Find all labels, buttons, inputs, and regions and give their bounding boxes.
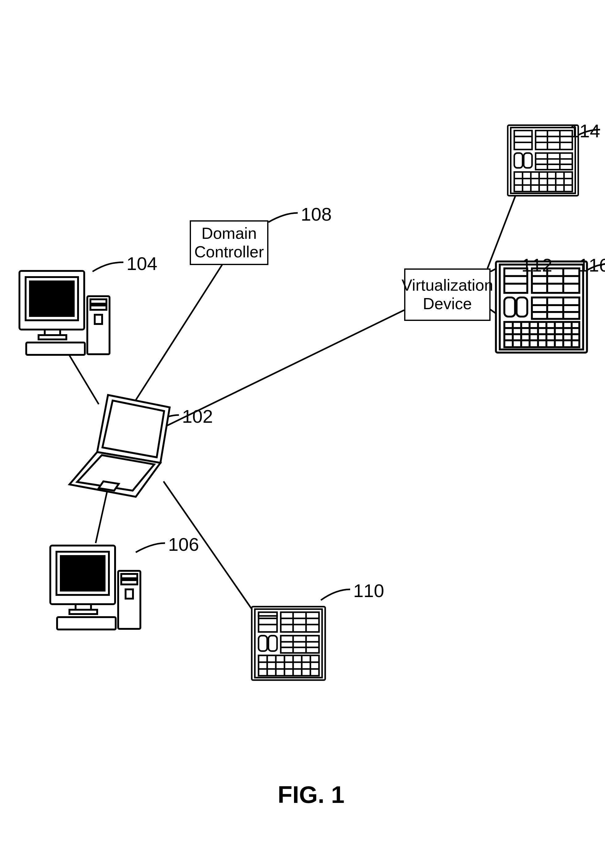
ref-116: 116 bbox=[579, 254, 605, 276]
svg-rect-30 bbox=[125, 589, 133, 598]
svg-rect-20 bbox=[95, 315, 102, 324]
svg-rect-16 bbox=[39, 335, 67, 339]
ref-108: 108 bbox=[301, 204, 332, 225]
svg-rect-70 bbox=[524, 153, 532, 168]
svg-rect-19 bbox=[90, 305, 107, 310]
figure-label: FIG. 1 bbox=[278, 781, 345, 809]
ref-112: 112 bbox=[521, 254, 552, 276]
ref-106: 106 bbox=[168, 534, 199, 555]
ref-104: 104 bbox=[127, 253, 157, 274]
svg-rect-29 bbox=[121, 580, 137, 584]
ref-114: 114 bbox=[569, 120, 600, 142]
svg-rect-80 bbox=[535, 153, 572, 170]
svg-line-0 bbox=[131, 265, 222, 407]
server-a-icon bbox=[250, 605, 327, 683]
svg-rect-95 bbox=[504, 298, 515, 316]
svg-rect-26 bbox=[70, 610, 97, 614]
svg-rect-24 bbox=[61, 556, 105, 591]
svg-rect-61 bbox=[514, 130, 532, 149]
svg-rect-14 bbox=[30, 281, 74, 316]
svg-rect-21 bbox=[26, 343, 85, 355]
svg-rect-64 bbox=[535, 130, 572, 149]
svg-rect-31 bbox=[57, 617, 116, 629]
laptop-icon bbox=[68, 392, 179, 504]
svg-line-5 bbox=[487, 188, 518, 268]
svg-rect-96 bbox=[517, 298, 527, 316]
ref-102: 102 bbox=[182, 406, 213, 427]
svg-rect-44 bbox=[268, 636, 277, 651]
domain-controller-label: Domain Controller bbox=[194, 224, 264, 261]
domain-controller-box: Domain Controller bbox=[190, 220, 268, 265]
svg-rect-28 bbox=[121, 574, 137, 578]
svg-marker-11 bbox=[99, 481, 119, 491]
svg-rect-54 bbox=[281, 636, 319, 653]
svg-rect-38 bbox=[281, 612, 319, 632]
svg-marker-8 bbox=[102, 400, 164, 457]
virtualization-device-label: Virtualization Device bbox=[402, 276, 493, 313]
svg-rect-43 bbox=[258, 636, 267, 651]
ref-110: 110 bbox=[353, 580, 384, 601]
desktop-a-icon bbox=[17, 268, 113, 362]
svg-rect-69 bbox=[514, 153, 523, 168]
svg-rect-18 bbox=[90, 299, 107, 304]
svg-rect-109 bbox=[532, 298, 579, 319]
virtualization-device-box: Virtualization Device bbox=[404, 268, 490, 321]
desktop-b-icon bbox=[48, 543, 144, 637]
